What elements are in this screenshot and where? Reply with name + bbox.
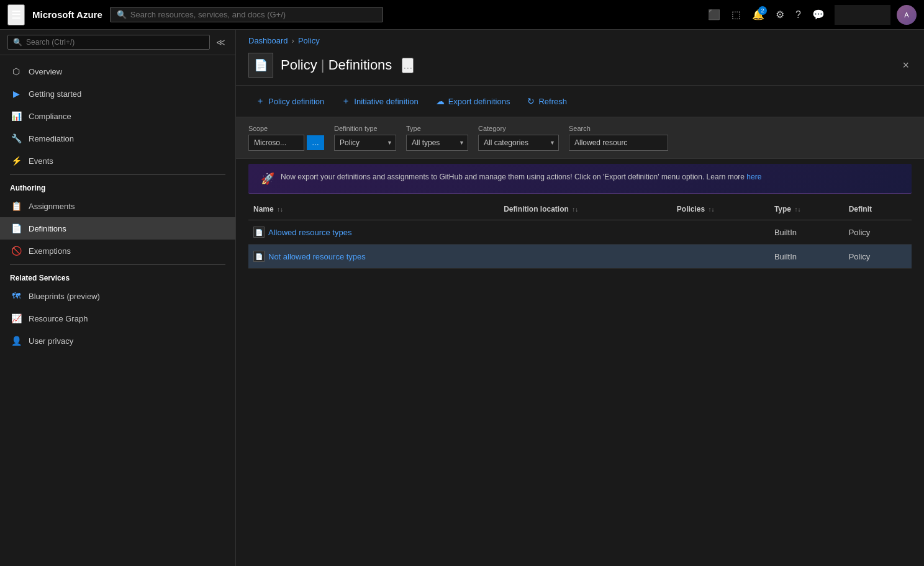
row-1-definition: Policy xyxy=(849,228,871,237)
sidebar-search-input[interactable] xyxy=(26,38,204,47)
hamburger-menu[interactable]: ☰ xyxy=(7,4,25,25)
notifications-button[interactable]: 🔔 2 xyxy=(748,5,768,24)
page-header-more-button[interactable]: ... xyxy=(402,58,414,73)
cell-definition-location-2 xyxy=(499,245,672,269)
account-selector[interactable] xyxy=(835,5,890,25)
type-select[interactable]: All types BuiltIn Custom Static xyxy=(406,135,468,151)
col-definition-location-label: Definition location xyxy=(504,205,569,213)
sidebar-collapse-button[interactable]: ≪ xyxy=(214,35,228,50)
breadcrumb-dashboard[interactable]: Dashboard xyxy=(248,36,288,45)
sidebar-item-blueprints[interactable]: 🗺 Blueprints (preview) xyxy=(0,285,235,307)
scope-input[interactable] xyxy=(248,135,304,151)
filters-row: Scope … Definition type Policy Initiativ… xyxy=(236,117,924,159)
row-2-name-link[interactable]: 📄 Not allowed resource types xyxy=(253,251,494,262)
page-header: 📄 Policy | Definitions ... × xyxy=(236,48,924,86)
cell-definition-2: Policy xyxy=(844,245,912,269)
cloud-shell-button[interactable]: ⬛ xyxy=(704,5,724,24)
scope-filter-label: Scope xyxy=(248,125,324,132)
col-definition-label: Definit xyxy=(849,205,872,213)
scope-filter-control: … xyxy=(248,135,324,151)
resource-graph-icon: 📈 xyxy=(10,312,22,325)
col-header-definition[interactable]: Definit xyxy=(844,199,912,220)
definitions-icon: 📄 xyxy=(10,222,22,235)
col-policies-label: Policies xyxy=(677,205,705,213)
export-definitions-button[interactable]: ☁ Export definitions xyxy=(428,92,518,110)
row-1-name-link[interactable]: 📄 Allowed resource types xyxy=(253,227,494,238)
definitions-table: Name ↑↓ Definition location ↑↓ Policies … xyxy=(248,199,912,269)
search-filter-group: Search xyxy=(569,125,668,151)
category-filter-group: Category All categories Compute Network … xyxy=(478,125,559,151)
sidebar-divider-2 xyxy=(10,264,225,265)
table-search-input[interactable] xyxy=(569,135,668,151)
main-layout: 🔍 ≪ ⬡ Overview ▶ Getting started 📊 Compl… xyxy=(0,30,924,566)
breadcrumb: Dashboard › Policy xyxy=(236,30,924,48)
compliance-icon: 📊 xyxy=(10,110,22,122)
type-filter-label: Type xyxy=(406,125,468,132)
cell-policies-1 xyxy=(672,220,769,245)
exemptions-icon: 🚫 xyxy=(10,245,22,257)
definition-type-filter-group: Definition type Policy Initiative xyxy=(334,125,396,151)
col-policies-sort-icon: ↑↓ xyxy=(709,206,715,213)
add-initiative-definition-button[interactable]: ＋ Initiative definition xyxy=(334,92,425,110)
cell-policies-2 xyxy=(672,245,769,269)
col-header-type[interactable]: Type ↑↓ xyxy=(769,199,844,220)
portal-menu-button[interactable]: ⬚ xyxy=(728,5,745,24)
refresh-label: Refresh xyxy=(538,97,567,106)
table-body: 📄 Allowed resource types BuiltIn xyxy=(248,220,912,269)
sidebar-item-remediation[interactable]: 🔧 Remediation xyxy=(0,127,235,150)
sidebar: 🔍 ≪ ⬡ Overview ▶ Getting started 📊 Compl… xyxy=(0,30,236,566)
category-select[interactable]: All categories Compute Network Storage S… xyxy=(478,135,559,151)
help-button[interactable]: ? xyxy=(792,6,805,24)
col-header-definition-location[interactable]: Definition location ↑↓ xyxy=(499,199,672,220)
sidebar-item-assignments[interactable]: 📋 Assignments xyxy=(0,195,235,217)
category-filter-label: Category xyxy=(478,125,559,132)
avatar[interactable]: A xyxy=(897,5,917,25)
row-1-icon: 📄 xyxy=(253,227,265,238)
breadcrumb-policy[interactable]: Policy xyxy=(298,36,320,45)
brand-name: Microsoft Azure xyxy=(32,9,102,20)
assignments-icon: 📋 xyxy=(10,200,22,212)
sidebar-item-compliance[interactable]: 📊 Compliance xyxy=(0,105,235,127)
info-banner-text: Now export your definitions and assignme… xyxy=(281,171,761,182)
col-type-sort-icon: ↑↓ xyxy=(794,206,800,213)
row-2-definition: Policy xyxy=(849,252,871,261)
row-2-name-text: Not allowed resource types xyxy=(268,252,366,261)
breadcrumb-separator: › xyxy=(292,36,294,45)
add-policy-definition-button[interactable]: ＋ Policy definition xyxy=(248,92,332,110)
add-policy-icon: ＋ xyxy=(256,96,265,107)
refresh-button[interactable]: ↻ Refresh xyxy=(520,92,574,110)
add-initiative-icon: ＋ xyxy=(342,96,350,107)
col-definition-location-sort-icon: ↑↓ xyxy=(572,206,578,213)
page-header-close-button[interactable]: × xyxy=(900,56,912,74)
page-title: Policy | Definitions xyxy=(281,57,392,73)
info-banner-icon: 🚀 xyxy=(261,172,274,186)
sidebar-item-user-privacy[interactable]: 👤 User privacy xyxy=(0,330,235,352)
scope-picker-button[interactable]: … xyxy=(307,135,324,150)
settings-button[interactable]: ⚙ xyxy=(772,5,788,24)
col-header-name[interactable]: Name ↑↓ xyxy=(248,199,499,220)
sidebar-compliance-label: Compliance xyxy=(29,112,71,121)
remediation-icon: 🔧 xyxy=(10,132,22,145)
sidebar-item-overview[interactable]: ⬡ Overview xyxy=(0,60,235,83)
topbar-icons: ⬛ ⬚ 🔔 2 ⚙ ? 💬 A xyxy=(704,5,917,25)
row-1-type: BuiltIn xyxy=(774,228,797,237)
page-title-main: Policy xyxy=(281,57,317,73)
feedback-button[interactable]: 💬 xyxy=(808,5,828,24)
definition-type-select[interactable]: Policy Initiative xyxy=(334,135,396,151)
cell-name-1: 📄 Allowed resource types xyxy=(248,220,499,245)
col-header-policies[interactable]: Policies ↑↓ xyxy=(672,199,769,220)
sidebar-item-getting-started[interactable]: ▶ Getting started xyxy=(0,83,235,105)
blueprints-icon: 🗺 xyxy=(10,290,22,302)
sidebar-item-exemptions[interactable]: 🚫 Exemptions xyxy=(0,240,235,262)
info-banner-link[interactable]: here xyxy=(746,173,761,181)
sidebar-item-resource-graph[interactable]: 📈 Resource Graph xyxy=(0,307,235,330)
sidebar-item-events[interactable]: ⚡ Events xyxy=(0,150,235,172)
search-icon: 🔍 xyxy=(117,10,127,19)
cell-type-2: BuiltIn xyxy=(769,245,844,269)
export-label: Export definitions xyxy=(448,97,510,106)
global-search-input[interactable] xyxy=(130,10,376,19)
authoring-section-label: Authoring xyxy=(0,177,235,195)
definition-type-select-wrapper: Policy Initiative xyxy=(334,135,396,151)
getting-started-icon: ▶ xyxy=(10,88,22,100)
sidebar-item-definitions[interactable]: 📄 Definitions xyxy=(0,217,235,240)
